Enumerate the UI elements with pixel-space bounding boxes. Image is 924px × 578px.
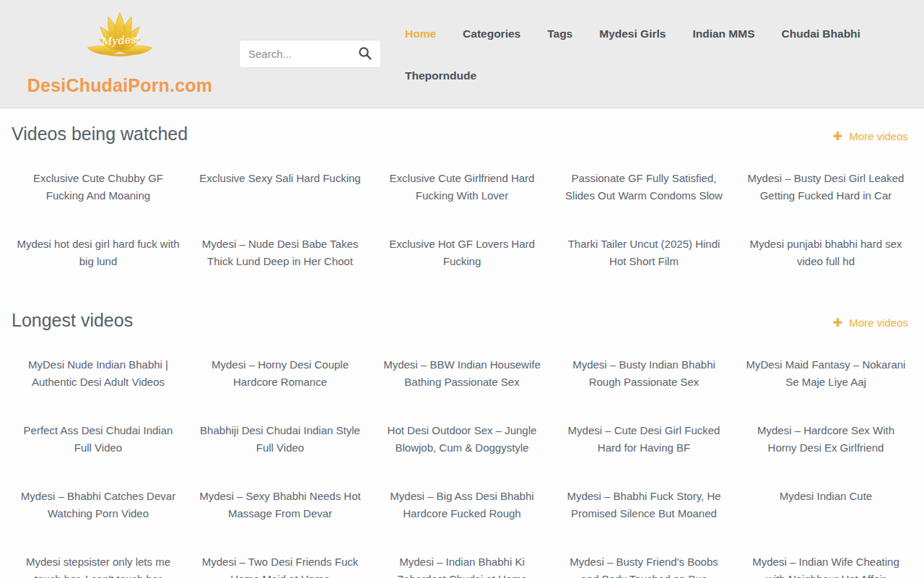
search-icon: [358, 46, 372, 62]
lotus-logo-icon: Mydesi: [80, 10, 160, 74]
video-item: Tharki Tailer Uncut (2025) Hindi Hot Sho…: [553, 236, 735, 301]
main-nav: HomeCategoriesTagsMydesi GirlsIndian MMS…: [405, 26, 878, 84]
video-item: Exclusive Hot GF Lovers Hard Fucking: [371, 236, 553, 301]
nav-item-mydesi-girls[interactable]: Mydesi Girls: [599, 26, 666, 42]
video-section: Longest videos ✚ More videos MyDesi Nude…: [0, 301, 924, 578]
video-item: Mydesi – Big Ass Desi Bhabhi Hardcore Fu…: [371, 488, 553, 553]
site-header: Mydesi DesiChudaiPorn.com HomeCategories…: [0, 0, 924, 108]
video-item: Mydesi – Two Desi Friends Fuck Hema Maid…: [189, 553, 371, 578]
video-title-link[interactable]: Mydesi – Nude Desi Babe Takes Thick Lund…: [198, 236, 362, 270]
video-title-link[interactable]: Mydesi stepsister only lets me touch her…: [16, 553, 180, 578]
video-item: Exclusive Cute Girlfriend Hard Fucking W…: [371, 170, 553, 236]
section-header: Videos being watched ✚ More videos: [0, 108, 924, 144]
video-grid: Exclusive Cute Chubby GF Fucking And Moa…: [0, 170, 924, 301]
nav-item-chudai-bhabhi[interactable]: Chudai Bhabhi: [782, 26, 860, 42]
video-item: Mydesi – Busty Friend's Boobs and Body T…: [553, 553, 735, 578]
more-videos-link[interactable]: ✚ More videos: [833, 129, 908, 143]
video-item: Mydesi – Busty Indian Bhabhi Rough Passi…: [553, 356, 735, 422]
video-item: Mydesi hot desi girl hard fuck with big …: [7, 236, 189, 301]
video-item: Mydesi stepsister only lets me touch her…: [7, 553, 189, 578]
video-title-link[interactable]: Tharki Tailer Uncut (2025) Hindi Hot Sho…: [562, 236, 726, 270]
video-item: Mydesi Indian Cute: [735, 488, 917, 553]
video-item: Mydesi – BBW Indian Housewife Bathing Pa…: [371, 356, 553, 422]
video-item: Mydesi – Bhabhi Catches Devar Watching P…: [7, 488, 189, 553]
nav-item-home[interactable]: Home: [405, 26, 436, 42]
video-title-link[interactable]: MyDesi Nude Indian Bhabhi | Authentic De…: [16, 356, 180, 391]
nav-item-indian-mms[interactable]: Indian MMS: [692, 26, 754, 42]
video-title-link[interactable]: MyDesi Maid Fantasy – Nokarani Se Maje L…: [744, 356, 908, 391]
video-grid: MyDesi Nude Indian Bhabhi | Authentic De…: [0, 356, 924, 578]
search-box: [240, 40, 380, 67]
nav-item-categories[interactable]: Categories: [463, 26, 520, 42]
video-title-link[interactable]: Mydesi – Big Ass Desi Bhabhi Hardcore Fu…: [380, 488, 544, 522]
video-title-link[interactable]: Mydesi punjabi bhabhi hard sex video ful…: [744, 236, 908, 270]
video-item: Passionate GF Fully Satisfied, Slides Ou…: [553, 170, 735, 236]
plus-icon: ✚: [833, 316, 842, 329]
video-title-link[interactable]: Mydesi – Hardcore Sex With Horny Desi Ex…: [744, 422, 908, 457]
video-item: Mydesi – Indian Bhabhi Ki Zabardast Chud…: [371, 553, 553, 578]
video-item: Exclusive Cute Chubby GF Fucking And Moa…: [7, 170, 189, 236]
video-item: Mydesi – Bhabhi Fuck Story, He Promised …: [553, 488, 735, 553]
video-item: MyDesi Nude Indian Bhabhi | Authentic De…: [7, 356, 189, 422]
video-title-link[interactable]: Mydesi – Two Desi Friends Fuck Hema Maid…: [198, 553, 362, 578]
video-item: Mydesi – Cute Desi Girl Fucked Hard for …: [553, 422, 735, 488]
video-title-link[interactable]: Mydesi – Busty Indian Bhabhi Rough Passi…: [562, 356, 726, 391]
video-title-link[interactable]: Exclusive Cute Girlfriend Hard Fucking W…: [380, 170, 544, 204]
video-item: Mydesi punjabi bhabhi hard sex video ful…: [735, 236, 917, 301]
video-title-link[interactable]: Mydesi – Indian Bhabhi Ki Zabardast Chud…: [380, 553, 544, 578]
video-title-link[interactable]: Mydesi – Bhabhi Fuck Story, He Promised …: [562, 488, 726, 522]
video-title-link[interactable]: Hot Desi Outdoor Sex – Jungle Blowjob, C…: [380, 422, 544, 457]
search-input[interactable]: [248, 48, 357, 60]
video-title-link[interactable]: Mydesi – Indian Wife Cheating with Neigh…: [744, 553, 908, 578]
more-videos-link[interactable]: ✚ More videos: [833, 316, 908, 329]
nav-item-theporndude[interactable]: Theporndude: [405, 68, 476, 84]
video-title-link[interactable]: Mydesi – Busty Desi Girl Leaked Getting …: [744, 170, 908, 204]
video-item: Mydesi – Sexy Bhabhi Needs Hot Massage F…: [189, 488, 371, 553]
video-title-link[interactable]: Mydesi – Bhabhi Catches Devar Watching P…: [16, 488, 180, 522]
video-title-link[interactable]: Mydesi – Cute Desi Girl Fucked Hard for …: [562, 422, 726, 457]
video-item: Bhabhiji Desi Chudai Indian Style Full V…: [189, 422, 371, 488]
video-item: Mydesi – Hardcore Sex With Horny Desi Ex…: [735, 422, 917, 488]
section-header: Longest videos ✚ More videos: [0, 301, 924, 331]
video-title-link[interactable]: Exclusive Sexy Sali Hard Fucking: [199, 170, 360, 187]
video-title-link[interactable]: Mydesi – Busty Friend's Boobs and Body T…: [562, 553, 726, 578]
search-button[interactable]: [357, 45, 373, 64]
site-name: DesiChudaiPorn.com: [27, 75, 212, 96]
video-title-link[interactable]: Mydesi – Horny Desi Couple Hardcore Roma…: [198, 356, 362, 391]
nav-item-tags[interactable]: Tags: [547, 26, 572, 42]
video-title-link[interactable]: Mydesi hot desi girl hard fuck with big …: [16, 236, 180, 270]
section-title: Videos being watched: [12, 123, 188, 144]
video-item: Mydesi – Indian Wife Cheating with Neigh…: [735, 553, 917, 578]
video-title-link[interactable]: Exclusive Hot GF Lovers Hard Fucking: [380, 236, 544, 270]
video-item: Hot Desi Outdoor Sex – Jungle Blowjob, C…: [371, 422, 553, 488]
site-logo[interactable]: Mydesi DesiChudaiPorn.com: [46, 10, 193, 96]
plus-icon: ✚: [833, 130, 842, 142]
section-title: Longest videos: [12, 309, 133, 331]
video-title-link[interactable]: Mydesi – BBW Indian Housewife Bathing Pa…: [380, 356, 544, 391]
video-title-link[interactable]: Passionate GF Fully Satisfied, Slides Ou…: [562, 170, 726, 204]
main-content: Videos being watched ✚ More videos Exclu…: [0, 108, 924, 578]
video-item: Mydesi – Nude Desi Babe Takes Thick Lund…: [189, 236, 371, 301]
video-title-link[interactable]: Mydesi – Sexy Bhabhi Needs Hot Massage F…: [198, 488, 362, 522]
video-section: Videos being watched ✚ More videos Exclu…: [0, 108, 924, 301]
video-item: Perfect Ass Desi Chudai Indian Full Vide…: [7, 422, 189, 488]
video-title-link[interactable]: Bhabhiji Desi Chudai Indian Style Full V…: [198, 422, 362, 457]
video-item: Exclusive Sexy Sali Hard Fucking: [189, 170, 371, 236]
video-title-link[interactable]: Perfect Ass Desi Chudai Indian Full Vide…: [16, 422, 180, 457]
video-title-link[interactable]: Mydesi Indian Cute: [780, 488, 872, 505]
video-item: Mydesi – Busty Desi Girl Leaked Getting …: [735, 170, 917, 236]
video-item: Mydesi – Horny Desi Couple Hardcore Roma…: [189, 356, 371, 422]
video-title-link[interactable]: Exclusive Cute Chubby GF Fucking And Moa…: [16, 170, 180, 204]
video-item: MyDesi Maid Fantasy – Nokarani Se Maje L…: [735, 356, 917, 422]
